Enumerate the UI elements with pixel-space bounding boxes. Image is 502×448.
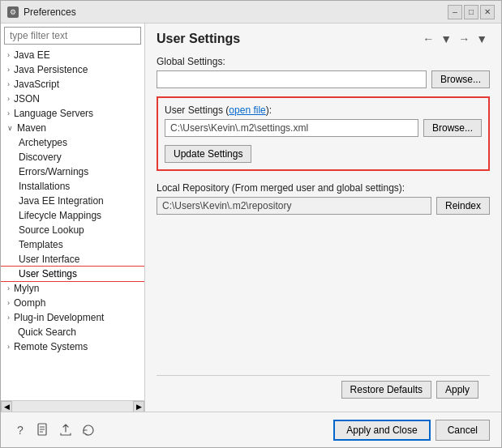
maximize-button[interactable]: □ [464,5,478,19]
tree-label-java-persistence: Java Persistence [14,64,88,75]
tree-label-javascript: JavaScript [14,79,59,90]
tree-area: ›Java EE›Java Persistence›JavaScript›JSO… [1,48,144,400]
user-settings-input-row: Browse... [165,119,482,137]
tree-item-java-ee[interactable]: ›Java EE [1,48,144,62]
open-file-link[interactable]: open file [229,105,265,116]
help-icon[interactable]: ? [12,422,28,438]
tree-item-quick-search[interactable]: Quick Search [1,325,144,339]
tree-label-lifecycle-mappings: Lifecycle Mappings [19,210,101,221]
tree-item-errors-warnings[interactable]: Errors/Warnings [1,164,144,179]
tree-label-discovery: Discovery [19,151,62,163]
tree-item-lifecycle-mappings[interactable]: Lifecycle Mappings [1,208,144,223]
nav-forward-dropdown-button[interactable]: ▼ [474,32,490,46]
refresh-icon[interactable] [80,422,97,438]
user-settings-label: User Settings (open file): [165,105,482,116]
minimize-button[interactable]: – [448,5,462,19]
tree-item-java-ee-integration[interactable]: Java EE Integration [1,194,144,208]
tree-label-oomph: Oomph [14,297,45,309]
user-settings-input[interactable] [165,119,418,137]
tree-label-archetypes: Archetypes [19,137,67,148]
tree-label-java-ee-integration: Java EE Integration [19,195,104,207]
page-title: User Settings [157,32,240,46]
tree-arrow-java-ee: › [7,51,10,59]
tree-arrow-maven: ∨ [7,124,13,132]
scroll-track[interactable] [12,401,133,412]
main-content: ›Java EE›Java Persistence›JavaScript›JSO… [1,23,501,412]
user-browse-button[interactable]: Browse... [423,119,482,137]
tree-arrow-json: › [7,95,10,103]
local-repo-input [157,197,431,215]
tree-label-user-settings: User Settings [19,268,77,279]
apply-and-close-button[interactable]: Apply and Close [333,420,430,441]
update-settings-button[interactable]: Update Settings [165,145,251,163]
scroll-right-button[interactable]: ▶ [133,401,144,412]
tree-item-oomph[interactable]: ›Oomph [1,296,144,310]
nav-dropdown-button[interactable]: ▼ [438,32,454,46]
title-bar: ⚙ Preferences – □ ✕ [1,1,501,23]
tree-label-templates: Templates [19,239,63,250]
footer-icons: ? [12,422,97,438]
document-icon[interactable] [35,422,51,438]
local-repo-input-row: Reindex [157,197,490,215]
tree-item-user-settings[interactable]: User Settings [1,267,144,281]
tree-item-source-lookup[interactable]: Source Lookup [1,223,144,237]
tree-arrow-language-servers: › [7,109,10,117]
scroll-left-button[interactable]: ◀ [1,401,12,412]
tree-item-javascript[interactable]: ›JavaScript [1,77,144,92]
reindex-button[interactable]: Reindex [436,197,490,215]
tree-item-maven[interactable]: ∨Maven [1,121,144,135]
tree-item-remote-systems[interactable]: ›Remote Systems [1,339,144,354]
tree-item-installations[interactable]: Installations [1,179,144,194]
nav-back-button[interactable]: ← [420,32,436,46]
tree-arrow-java-persistence: › [7,66,10,74]
tree-label-mylyn: Mylyn [14,283,39,294]
tree-item-user-interface[interactable]: User Interface [1,252,144,267]
tree-item-language-servers[interactable]: ›Language Servers [1,106,144,121]
tree-arrow-plug-in-development: › [7,314,10,322]
tree-label-remote-systems: Remote Systems [14,341,88,352]
restore-defaults-button[interactable]: Restore Defaults [341,381,431,399]
tree-arrow-javascript: › [7,80,10,88]
local-repo-label: Local Repository (From merged user and g… [157,182,490,194]
preferences-window: ⚙ Preferences – □ ✕ ›Java EE›Java Persis… [0,0,502,448]
tree-arrow-remote-systems: › [7,343,10,351]
tree-item-json[interactable]: ›JSON [1,92,144,106]
footer-bar: ? [1,412,501,447]
global-browse-button[interactable]: Browse... [431,70,490,88]
tree-item-mylyn[interactable]: ›Mylyn [1,281,144,296]
tree-item-plug-in-development[interactable]: ›Plug-in Development [1,310,144,325]
export-icon[interactable] [58,422,74,438]
window-title: Preferences [24,6,76,18]
tree-label-quick-search: Quick Search [18,326,76,338]
tree-label-json: JSON [14,93,40,105]
horizontal-scrollbar[interactable]: ◀ ▶ [1,400,144,412]
tree-label-source-lookup: Source Lookup [19,224,84,236]
tree-label-user-interface: User Interface [19,254,79,265]
apply-button[interactable]: Apply [436,381,478,399]
tree-arrow-oomph: › [7,299,10,307]
footer-buttons: Apply and Close Cancel [333,420,490,441]
tree-label-language-servers: Language Servers [14,108,93,119]
global-settings-input[interactable] [157,70,427,88]
user-settings-label-text: User Settings ( [165,105,229,116]
user-settings-label-end: ): [266,105,272,116]
tree-label-installations: Installations [19,181,70,192]
tree-item-java-persistence[interactable]: ›Java Persistence [1,62,144,77]
right-header: User Settings ← ▼ → ▼ [157,32,490,46]
preferences-icon: ⚙ [7,6,19,18]
title-bar-left: ⚙ Preferences [7,6,76,18]
tree-item-discovery[interactable]: Discovery [1,150,144,164]
global-settings-label: Global Settings: [157,56,490,67]
bottom-bar: Restore Defaults Apply [157,375,490,403]
tree-item-templates[interactable]: Templates [1,237,144,252]
tree-arrow-mylyn: › [7,284,10,292]
tree-item-archetypes[interactable]: Archetypes [1,135,144,150]
tree-label-java-ee: Java EE [14,49,50,61]
tree-label-errors-warnings: Errors/Warnings [19,166,88,177]
close-button[interactable]: ✕ [480,5,495,19]
tree-label-maven: Maven [17,122,46,134]
right-panel: User Settings ← ▼ → ▼ Global Settings: B… [145,23,501,412]
cancel-button[interactable]: Cancel [435,420,490,441]
filter-input[interactable] [4,27,141,45]
nav-forward-button[interactable]: → [456,32,472,46]
